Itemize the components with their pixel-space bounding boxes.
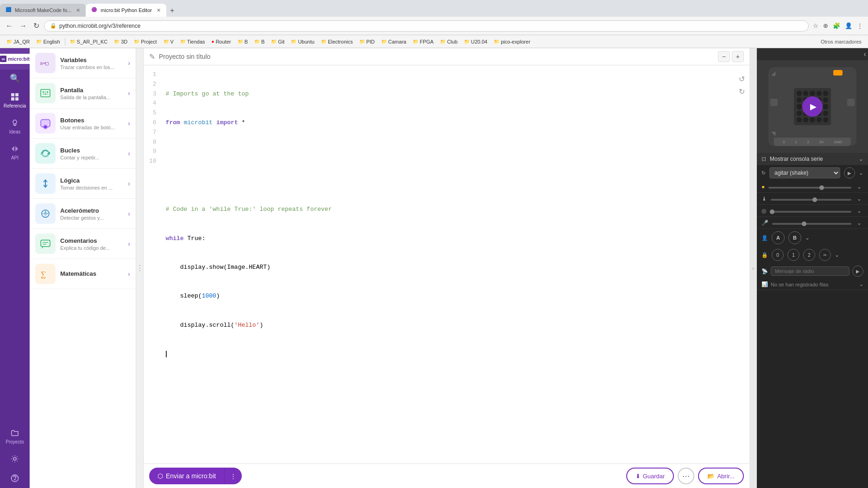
back-button[interactable]: ← <box>4 21 15 31</box>
address-bar[interactable]: 🔒 python.microbit.org/v/3/reference <box>44 20 809 32</box>
bookmark-router[interactable]: ●Router <box>209 38 234 45</box>
bookmark-club[interactable]: 📁Club <box>437 38 460 45</box>
pin-2-button[interactable]: 2 <box>803 249 815 261</box>
bookmark-electronics[interactable]: 📁Electronics <box>318 38 356 45</box>
sidebar-item-referencia[interactable]: Referencia <box>0 87 30 113</box>
bookmark-ubuntu[interactable]: 📁Ubuntu <box>288 38 317 45</box>
buttons-expand-icon[interactable]: ⌄ <box>805 234 810 241</box>
ref-item-variables[interactable]: a= □ Variables Trazar cambios en los... … <box>30 48 136 78</box>
pin-logo-button[interactable]: ∞ <box>819 249 831 261</box>
sim-collapse-button[interactable]: ‹ <box>864 50 866 58</box>
light-expand-icon[interactable]: ⌄ <box>855 184 863 190</box>
bookmark-v[interactable]: 📁V <box>161 38 176 45</box>
sidebar-item-proyecto[interactable]: Proyecto <box>0 423 30 449</box>
ref-item-comentarios[interactable]: Comentarios Explica tu código de... › <box>30 229 136 259</box>
bookmark-ja-qr[interactable]: 📁JA_QR <box>4 38 32 45</box>
edit-icon[interactable]: ✎ <box>149 52 155 61</box>
reload-button[interactable]: ↻ <box>31 20 41 31</box>
pins-expand-icon[interactable]: ⌄ <box>835 252 839 258</box>
send-to-microbit-button[interactable]: ⬡ Enviar a micro:bit <box>149 468 224 484</box>
tab2-close[interactable]: ✕ <box>157 7 161 13</box>
more-options-button[interactable]: ⋮ <box>855 21 864 30</box>
question-icon <box>10 473 20 483</box>
translate-button[interactable]: ⊕ <box>822 21 830 30</box>
temp-expand-icon[interactable]: ⌄ <box>855 196 863 202</box>
pin-label-2: 2 <box>807 140 809 144</box>
new-tab-button[interactable]: + <box>166 5 178 17</box>
pin-0-button[interactable]: 0 <box>772 249 784 261</box>
bookmark-u2004[interactable]: 📁U20.04 <box>461 38 490 45</box>
bookmark-3d[interactable]: 📁3D <box>111 38 130 45</box>
profile-button[interactable]: 👤 <box>843 21 854 30</box>
undo-button[interactable]: ↺ <box>738 74 746 84</box>
bookmark-fpga[interactable]: 📁FPGA <box>410 38 436 45</box>
shake-expand-icon[interactable]: ⌄ <box>859 170 863 176</box>
sidebar-item-ideas[interactable]: Ideas <box>0 113 30 139</box>
bookmark-project[interactable]: 📁Project <box>131 38 159 45</box>
editor-body[interactable]: 1 2 3 4 5 6 7 8 9 10 # Imports go at the… <box>144 65 749 463</box>
shake-icon: ↻ <box>761 170 766 176</box>
zoom-in-button[interactable]: + <box>732 51 744 62</box>
redo-button[interactable]: ↻ <box>738 86 746 97</box>
extension-button1[interactable]: 🧩 <box>831 21 842 30</box>
project-name[interactable]: Proyecto sin título <box>159 53 714 60</box>
bookmark-pico-explorer[interactable]: 📁pico-explorer <box>491 38 533 45</box>
bookmark-camara[interactable]: 📁Camara <box>378 38 409 45</box>
ref-item-logica[interactable]: Lógica Tomar decisiones en ... › <box>30 169 136 199</box>
bookmark-git[interactable]: 📁Git <box>268 38 287 45</box>
open-icon: 📂 <box>707 473 715 480</box>
microbit-left-button[interactable] <box>770 99 778 106</box>
radio-send-button[interactable]: ▶ <box>852 266 863 277</box>
zoom-out-button[interactable]: − <box>718 51 730 62</box>
bookmark-tiendas[interactable]: 📁Tiendas <box>177 38 208 45</box>
compass-slider[interactable] <box>770 211 851 213</box>
shake-select[interactable]: agitar (shake) <box>769 167 840 178</box>
radio-message-input[interactable] <box>771 266 849 276</box>
microbit-right-button[interactable] <box>847 99 855 106</box>
other-bookmarks[interactable]: Otros marcadores <box>818 38 864 45</box>
ref-item-pantalla[interactable]: Pantalla Salida de la pantalla... › <box>30 78 136 108</box>
code-content[interactable]: # Imports go at the top from microbit im… <box>162 70 738 459</box>
temp-slider-container <box>771 195 851 202</box>
play-button[interactable]: ▶ <box>802 96 823 117</box>
compass-sensor-row: ◎ ⌄ <box>757 205 868 217</box>
sidebar-item-settings[interactable] <box>0 449 30 469</box>
bookmark-english[interactable]: 📁English <box>33 38 63 45</box>
temp-slider[interactable] <box>771 199 851 201</box>
data-expand-icon[interactable]: ⌄ <box>859 281 863 287</box>
panel-collapse-handle[interactable]: ⋮ <box>136 48 144 488</box>
send-more-options-button[interactable]: ⋮ <box>224 468 242 484</box>
editor-sim-collapse[interactable]: › <box>749 48 757 488</box>
serial-console-bar[interactable]: ⊡ Mostrar consola serie ⌄ <box>757 153 868 165</box>
button-b[interactable]: B <box>788 231 801 244</box>
sound-expand-icon[interactable]: ⌄ <box>855 220 863 226</box>
app-logo[interactable]: m micro:bit <box>0 48 30 70</box>
bookmark-pid[interactable]: 📁PID <box>357 38 377 45</box>
ref-item-matematicas[interactable]: ∑ Matemáticas › <box>30 259 136 289</box>
tab-active[interactable]: 🟣 micro:bit Python Editor ✕ <box>86 4 166 17</box>
forward-button[interactable]: → <box>18 21 29 31</box>
save-button[interactable]: ⬇ Guardar <box>626 468 674 484</box>
search-sidebar-btn[interactable]: 🔍 <box>0 70 30 87</box>
ref-icon-botones <box>35 113 56 133</box>
bookmark-b1[interactable]: 📁B <box>235 38 251 45</box>
ref-item-bucles[interactable]: Bucles Contar y repetir... › <box>30 139 136 169</box>
bookmark-s-ar-pi-kc[interactable]: 📁S_AR_PI_KC <box>67 38 111 45</box>
shake-play-button[interactable]: ▶ <box>844 167 855 178</box>
open-button[interactable]: 📂 Abrir... <box>698 468 744 484</box>
button-a[interactable]: A <box>772 231 785 244</box>
bookmark-star-button[interactable]: ☆ <box>811 21 820 30</box>
light-slider[interactable] <box>768 187 851 189</box>
sound-slider[interactable] <box>772 223 851 225</box>
tab-inactive[interactable]: 🟦 Microsoft MakeCode fo... ✕ <box>0 4 86 17</box>
ref-item-botones[interactable]: Botones Usar entradas de botó... › <box>30 108 136 139</box>
ref-item-acelerometro[interactable]: Acelerómetro Detectar gestos y... › <box>30 199 136 229</box>
ref-arrow-variables: › <box>128 59 130 67</box>
tab1-close[interactable]: ✕ <box>76 7 80 13</box>
bookmark-b2[interactable]: 📁B <box>252 38 267 45</box>
pin-1-button[interactable]: 1 <box>787 249 799 261</box>
sidebar-item-help[interactable] <box>0 469 30 488</box>
save-more-options-button[interactable]: ⋯ <box>678 468 694 484</box>
sidebar-item-api[interactable]: API <box>0 139 30 165</box>
compass-expand-icon[interactable]: ⌄ <box>855 208 863 214</box>
